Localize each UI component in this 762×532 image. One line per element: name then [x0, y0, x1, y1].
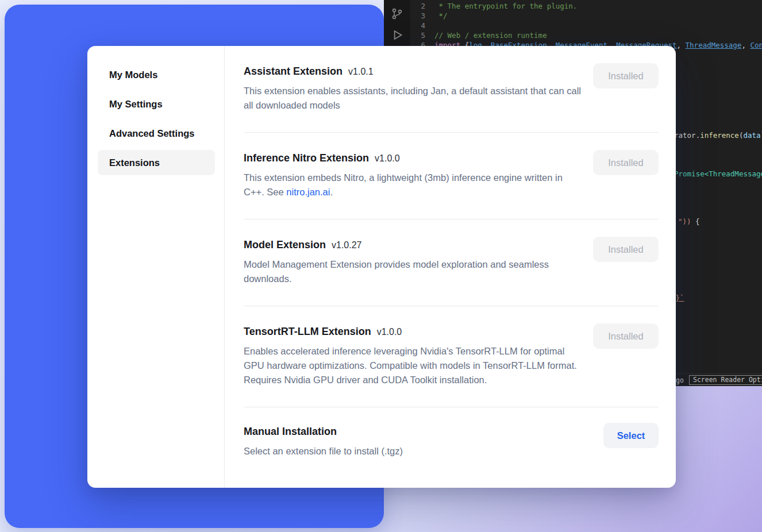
sidebar-item-my-models[interactable]: My Models [98, 62, 215, 87]
code-text: ")) [678, 217, 691, 226]
extension-description: Enables accelerated inference leveraging… [244, 344, 582, 387]
manual-installation-description: Select an extension file to install (.tg… [244, 444, 582, 458]
extension-title: Inference Nitro Extension [244, 152, 369, 164]
manual-installation-heading: Manual Installation [244, 423, 659, 440]
code-text: Promise<ThreadMessage> [674, 169, 762, 178]
line-number: 4 [410, 21, 425, 30]
sidebar-item-label: Advanced Settings [109, 128, 195, 139]
desktop-background: 2 * The entrypoint for the plugin. 3 */ … [0, 0, 762, 532]
sidebar-item-my-settings[interactable]: My Settings [98, 91, 215, 117]
extension-version: v1.0.27 [332, 240, 361, 250]
extension-description: This extension embeds Nitro, a lightweig… [244, 171, 582, 199]
extension-version: v1.0.1 [348, 67, 374, 76]
code-text: data [743, 131, 760, 140]
installed-button[interactable]: Installed [593, 237, 659, 262]
extension-title: Assistant Extension [244, 65, 342, 77]
code-line: 5// Web / extension runtime [410, 30, 762, 40]
extension-version: v1.0.0 [377, 327, 402, 337]
code-text: // Web / extension runtime [434, 31, 547, 40]
code-fragment: rator.inference(data)); [674, 131, 762, 140]
extension-version: v1.0.0 [375, 153, 400, 163]
settings-sidebar: My Models My Settings Advanced Settings … [87, 46, 225, 488]
extension-title: Model Extension [244, 239, 326, 250]
line-number: 5 [410, 30, 425, 40]
source-control-icon[interactable] [384, 7, 410, 21]
extension-description: Model Management Extension provides mode… [244, 257, 582, 286]
sidebar-item-label: My Models [109, 70, 157, 80]
nitro-jan-ai-link[interactable]: nitro.jan.ai [286, 187, 330, 197]
installed-button[interactable]: Installed [593, 63, 659, 88]
code-fragment: ")) { [678, 217, 700, 226]
line-number: 2 [410, 1, 425, 11]
code-text: */ [434, 11, 448, 20]
code-text: inference [700, 131, 739, 140]
line-number: 3 [410, 11, 425, 21]
code-text: { [691, 217, 700, 226]
extension-row-assistant: Assistant Extensionv1.0.1 This extension… [244, 46, 659, 133]
description-text: . [330, 187, 333, 197]
status-bar-item[interactable]: go [676, 376, 684, 384]
extension-title: TensortRT-LLM Extension [244, 326, 371, 337]
code-line: 4 [410, 21, 762, 30]
select-file-button[interactable]: Select [603, 423, 659, 448]
code-line: 2 * The entrypoint for the plugin. [410, 1, 762, 11]
extension-row-nitro: Inference Nitro Extensionv1.0.0 This ext… [244, 133, 659, 219]
sidebar-item-extensions[interactable]: Extensions [98, 150, 215, 175]
code-text: , [677, 41, 686, 49]
code-line: 3 */ [410, 11, 762, 21]
code-text: ContentType [750, 41, 762, 49]
extension-row-tensorrt: TensortRT-LLM Extensionv1.0.0 Enables ac… [244, 306, 659, 407]
extension-row-model: Model Extensionv1.0.27 Model Management … [244, 219, 659, 306]
code-text: ThreadMessage [686, 41, 742, 49]
code-text: , [741, 41, 750, 49]
code-text: * The entrypoint for the plugin. [434, 2, 577, 10]
run-debug-icon[interactable] [384, 28, 410, 43]
code-fragment: Promise<ThreadMessage> [674, 169, 762, 178]
sidebar-item-label: Extensions [109, 157, 160, 168]
code-text: rator. [674, 131, 700, 140]
screen-reader-optimize-badge[interactable]: Screen Reader Optimize [689, 375, 762, 385]
sidebar-item-label: My Settings [109, 99, 163, 110]
installed-button[interactable]: Installed [593, 323, 659, 349]
manual-installation-row: Manual Installation Select an extension … [244, 407, 659, 470]
settings-modal: My Models My Settings Advanced Settings … [87, 46, 676, 488]
extension-description: This extension enables assistants, inclu… [244, 84, 582, 113]
extensions-panel: Assistant Extensionv1.0.1 This extension… [225, 46, 676, 488]
manual-installation-title: Manual Installation [244, 426, 337, 437]
sidebar-item-advanced-settings[interactable]: Advanced Settings [98, 121, 215, 146]
editor-code-area: 2 * The entrypoint for the plugin. 3 */ … [410, 1, 762, 50]
installed-button[interactable]: Installed [593, 150, 659, 175]
